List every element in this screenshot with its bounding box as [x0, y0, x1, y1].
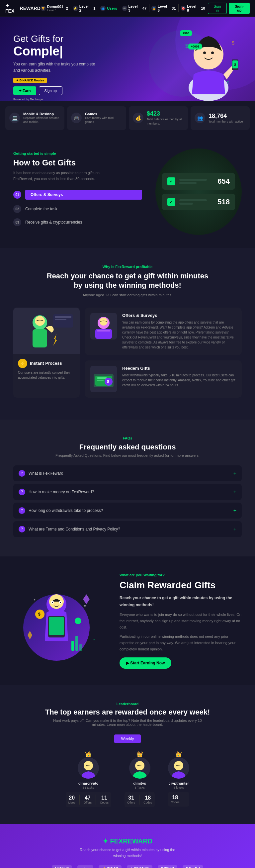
stat-card-members: 👥 18,764 Total members with active: [191, 106, 250, 129]
faq-toggle-3[interactable]: +: [233, 507, 236, 514]
faq-list: ? What is FexReward + ? How to make mone…: [13, 465, 242, 537]
faq-title: Frequently asked questions: [13, 443, 242, 452]
svg-marker-16: [53, 334, 57, 346]
svg-rect-20: [97, 330, 110, 332]
weekly-tab[interactable]: Weekly: [114, 735, 140, 743]
crown-1: 👑: [66, 751, 111, 757]
stat-card-info-mobile: Mobile & Desktop Separate offers for des…: [23, 112, 60, 124]
check-card-2: ✓ 518: [162, 194, 235, 210]
members-icon: 👥: [195, 113, 205, 123]
instant-icon: ⚡: [18, 359, 27, 368]
claim-visual-container: $ ✦ ✦ ✦: [13, 575, 106, 668]
svg-point-47: [84, 761, 93, 770]
offers-info: Offers & Surveys You can earn coins by c…: [122, 313, 236, 350]
leader-name-1: dinarcrypto: [66, 781, 111, 785]
svg-text:✦: ✦: [83, 603, 87, 609]
leader-avatar-3: [168, 757, 189, 779]
brand-binance: ✦ BINANCE: [127, 865, 152, 868]
faq-dot-2: ?: [19, 489, 25, 495]
brand-prime: prime: [77, 865, 93, 868]
svg-point-51: [174, 761, 183, 770]
how-visual: ✓ 654 ✓ 518: [155, 149, 242, 235]
leader-stats-3: 18 Codes: [168, 792, 189, 807]
step-num-2: 02: [13, 205, 21, 213]
instant-title: Instant Process: [30, 361, 62, 366]
redeem-title: Reedem Gifts: [122, 366, 236, 371]
step-1[interactable]: 01 Offers & Surveys: [13, 190, 142, 199]
leaderboard-tag: Leaderboard: [13, 702, 242, 706]
nav-actions: Sign in Sign-up: [208, 3, 250, 14]
leader-stats-1: 20 Lives 47 Offers 11 Codes: [66, 792, 111, 807]
faq-item-4[interactable]: ? What are Terms and Conditions and Priv…: [13, 521, 242, 537]
nav-stat-users: 👥 Users: [100, 6, 120, 11]
claim-text1: Reach your chance to get a gift within m…: [120, 595, 242, 608]
logo-suffix: REWARD: [20, 6, 40, 11]
signin-button[interactable]: Sign in: [208, 3, 227, 14]
faq-item-3[interactable]: ? How long do withdrawals take to proces…: [13, 503, 242, 519]
instant-text: Our users are instantly convert their ac…: [18, 370, 75, 380]
faq-tag: FAQs: [13, 436, 242, 440]
earn-button[interactable]: ✦ Earn: [13, 86, 36, 95]
svg-text:$: $: [234, 62, 236, 67]
stat-card-games: 🎮 Games Earn money with mini games: [67, 106, 126, 129]
why-main-row: ⚡ Instant Process Our users are instantl…: [13, 308, 242, 398]
step-num-3: 03: [13, 218, 21, 226]
check-lines-1: [179, 179, 214, 184]
faq-item-1[interactable]: ? What is FexReward +: [13, 465, 242, 481]
start-earning-button[interactable]: ▶ Start Earning Now: [120, 657, 171, 669]
check-icon-1: ✓: [167, 177, 175, 185]
leader-avatar-1: [78, 757, 99, 779]
coin-float-2: +0005: [188, 43, 202, 50]
svg-text:$: $: [185, 43, 188, 49]
svg-point-49: [135, 761, 145, 770]
signup-button[interactable]: Sign-up: [229, 3, 250, 14]
claim-text3: Participating in our online winning meth…: [120, 633, 242, 652]
claim-section: $ ✦ ✦ ✦ What are you Waiting for? Claim …: [0, 556, 255, 686]
brand-logo[interactable]: ✦ FEXREWARD: [5, 3, 40, 13]
step-2[interactable]: 02 Complete the task: [13, 205, 142, 213]
why-section: Why is FexReward profitable Reach your c…: [0, 248, 255, 420]
footer-logo: ✦ FEXREWARD: [13, 837, 242, 845]
footer-cta: ✦ FEXREWARD Reach your chance to get a g…: [0, 824, 255, 868]
svg-rect-11: [33, 329, 47, 347]
svg-rect-40: [71, 641, 74, 651]
balance-icon: 💰: [133, 113, 144, 123]
stat-card-balance: 💰 $423 Total balance earned by all membe…: [129, 106, 188, 129]
coin-float-1: +506: [180, 30, 192, 36]
stat-card-info-members: 18,764 Total members with active: [209, 113, 246, 124]
claim-tag: What are you Waiting for?: [120, 573, 242, 577]
svg-point-12: [35, 316, 45, 326]
faq-toggle-4[interactable]: +: [233, 526, 236, 532]
faq-toggle-2[interactable]: +: [233, 489, 236, 495]
redeem-card: $ Reedem Gifts Most withdrawals typicall…: [85, 361, 242, 398]
how-subtitle: It has been made as easy as possible to …: [13, 170, 113, 182]
faq-toggle-1[interactable]: +: [233, 470, 236, 476]
instant-visual: [13, 308, 80, 354]
stat-card-info-games: Games Earn money with mini games: [85, 112, 122, 124]
nav-stats: 🏆 Demo001 Level 1 2 ⭐ Level 2 1 👥 Users …: [40, 4, 208, 12]
step-bar-offers: Offers & Surveys: [25, 190, 142, 199]
brand-payeer: PAYEER: [158, 865, 177, 868]
svg-text:$: $: [227, 81, 229, 85]
svg-point-32: [60, 602, 61, 603]
brand-paypal: P PayPal: [183, 865, 203, 868]
signup-hero-button[interactable]: Sign up: [39, 86, 62, 95]
offers-text: You can earn coins by completing the app…: [122, 320, 236, 350]
footer-cta-text: Reach your chance to get a gift within m…: [74, 847, 181, 859]
svg-point-3: [211, 52, 214, 54]
svg-point-30: [52, 602, 53, 603]
check-lines-2: [179, 199, 214, 205]
check-card-1: ✓ 654: [162, 173, 235, 190]
why-header: Why is FexReward profitable Reach your c…: [13, 265, 242, 297]
stats-bar: 💻 Mobile & Desktop Separate offers for d…: [0, 101, 255, 135]
brand-steam: ⚡ STEAM: [99, 865, 122, 868]
brand-netflix: NETFLIX: [52, 865, 72, 868]
offers-title: Offers & Surveys: [122, 313, 236, 318]
why-sub: Anyone aged 13+ can start earning gifts …: [13, 293, 242, 297]
step-3[interactable]: 03 Receive gifts & cryptocurrencies: [13, 218, 142, 226]
offers-visual: [90, 313, 117, 340]
check-num-2: 518: [218, 198, 230, 206]
faq-item-2[interactable]: ? How to make money on FexReward? +: [13, 484, 242, 500]
leader-level-1: 61 tasks: [66, 786, 111, 789]
instant-info: ⚡ Instant Process Our users are instantl…: [13, 354, 80, 385]
